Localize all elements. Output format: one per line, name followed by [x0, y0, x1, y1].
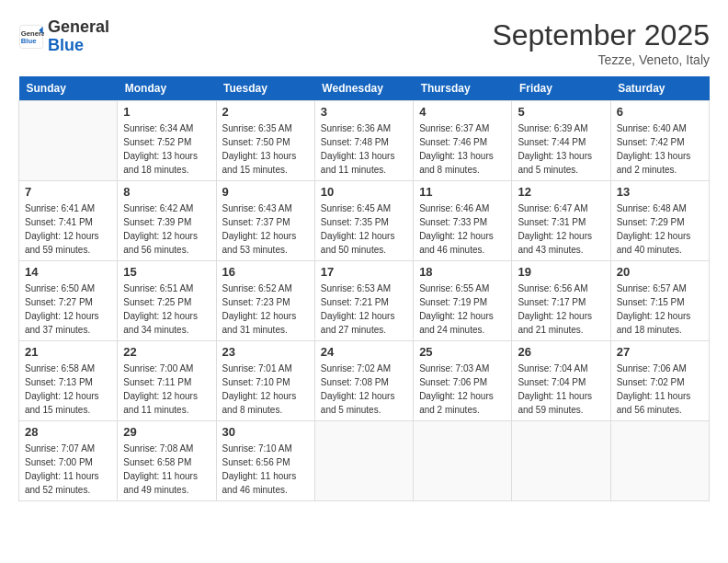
- day-number: 15: [123, 265, 210, 279]
- calendar-cell: 19Sunrise: 6:56 AM Sunset: 7:17 PM Dayli…: [512, 261, 610, 341]
- calendar-cell: 12Sunrise: 6:47 AM Sunset: 7:31 PM Dayli…: [512, 181, 610, 261]
- day-info: Sunrise: 7:02 AM Sunset: 7:08 PM Dayligh…: [321, 362, 407, 417]
- day-info: Sunrise: 6:57 AM Sunset: 7:15 PM Dayligh…: [617, 282, 703, 337]
- day-number: 24: [321, 345, 407, 359]
- day-number: 21: [25, 345, 111, 359]
- day-info: Sunrise: 7:07 AM Sunset: 7:00 PM Dayligh…: [25, 442, 111, 497]
- logo-blue-text: Blue: [48, 36, 84, 54]
- day-number: 22: [123, 345, 210, 359]
- calendar-week-row: 21Sunrise: 6:58 AM Sunset: 7:13 PM Dayli…: [19, 341, 710, 421]
- day-info: Sunrise: 6:47 AM Sunset: 7:31 PM Dayligh…: [518, 201, 604, 257]
- day-number: 12: [518, 185, 604, 199]
- calendar-cell: 14Sunrise: 6:50 AM Sunset: 7:27 PM Dayli…: [19, 261, 118, 341]
- day-info: Sunrise: 6:40 AM Sunset: 7:42 PM Dayligh…: [617, 121, 703, 177]
- calendar-cell: 3Sunrise: 6:36 AM Sunset: 7:48 PM Daylig…: [314, 101, 413, 181]
- calendar-cell: 15Sunrise: 6:51 AM Sunset: 7:25 PM Dayli…: [118, 261, 216, 341]
- month-title: September 2025: [492, 18, 710, 52]
- calendar-cell: 25Sunrise: 7:03 AM Sunset: 7:06 PM Dayli…: [414, 341, 512, 421]
- calendar-cell: 11Sunrise: 6:46 AM Sunset: 7:33 PM Dayli…: [414, 181, 512, 261]
- calendar-header-thursday: Thursday: [414, 76, 512, 101]
- calendar-cell: 13Sunrise: 6:48 AM Sunset: 7:29 PM Dayli…: [610, 181, 709, 261]
- day-info: Sunrise: 7:08 AM Sunset: 6:58 PM Dayligh…: [123, 442, 210, 497]
- calendar-cell: 28Sunrise: 7:07 AM Sunset: 7:00 PM Dayli…: [19, 421, 118, 501]
- day-number: 19: [518, 265, 604, 279]
- day-info: Sunrise: 6:43 AM Sunset: 7:37 PM Dayligh…: [222, 201, 309, 257]
- calendar-cell: 18Sunrise: 6:55 AM Sunset: 7:19 PM Dayli…: [414, 261, 512, 341]
- calendar-header-row: SundayMondayTuesdayWednesdayThursdayFrid…: [19, 76, 710, 101]
- calendar-cell: 8Sunrise: 6:42 AM Sunset: 7:39 PM Daylig…: [118, 181, 216, 261]
- day-number: 28: [25, 425, 111, 439]
- day-number: 6: [617, 105, 703, 119]
- calendar-cell: 6Sunrise: 6:40 AM Sunset: 7:42 PM Daylig…: [610, 101, 709, 181]
- calendar-cell: 5Sunrise: 6:39 AM Sunset: 7:44 PM Daylig…: [512, 101, 610, 181]
- title-block: September 2025 Tezze, Veneto, Italy: [492, 18, 710, 67]
- calendar-cell: [19, 101, 118, 181]
- day-info: Sunrise: 7:04 AM Sunset: 7:04 PM Dayligh…: [518, 362, 604, 417]
- day-info: Sunrise: 6:37 AM Sunset: 7:46 PM Dayligh…: [419, 121, 506, 177]
- calendar-cell: 10Sunrise: 6:45 AM Sunset: 7:35 PM Dayli…: [314, 181, 413, 261]
- day-number: 14: [25, 265, 111, 279]
- day-info: Sunrise: 7:10 AM Sunset: 6:56 PM Dayligh…: [222, 442, 309, 497]
- calendar-cell: [512, 421, 610, 501]
- calendar-table: SundayMondayTuesdayWednesdayThursdayFrid…: [18, 76, 710, 501]
- day-number: 7: [25, 185, 111, 199]
- day-number: 4: [419, 105, 506, 119]
- day-info: Sunrise: 7:03 AM Sunset: 7:06 PM Dayligh…: [419, 362, 506, 417]
- calendar-week-row: 7Sunrise: 6:41 AM Sunset: 7:41 PM Daylig…: [19, 181, 710, 261]
- calendar-cell: 30Sunrise: 7:10 AM Sunset: 6:56 PM Dayli…: [216, 421, 314, 501]
- calendar-cell: 1Sunrise: 6:34 AM Sunset: 7:52 PM Daylig…: [118, 101, 216, 181]
- day-number: 18: [419, 265, 506, 279]
- day-info: Sunrise: 7:01 AM Sunset: 7:10 PM Dayligh…: [222, 362, 309, 417]
- day-info: Sunrise: 6:53 AM Sunset: 7:21 PM Dayligh…: [321, 282, 407, 337]
- calendar-header-friday: Friday: [512, 76, 610, 101]
- day-number: 26: [518, 345, 604, 359]
- day-info: Sunrise: 6:34 AM Sunset: 7:52 PM Dayligh…: [123, 121, 210, 177]
- calendar-header-saturday: Saturday: [610, 76, 709, 101]
- day-number: 20: [617, 265, 703, 279]
- location-text: Tezze, Veneto, Italy: [492, 52, 710, 67]
- calendar-week-row: 14Sunrise: 6:50 AM Sunset: 7:27 PM Dayli…: [19, 261, 710, 341]
- day-info: Sunrise: 7:00 AM Sunset: 7:11 PM Dayligh…: [123, 362, 210, 417]
- calendar-cell: 24Sunrise: 7:02 AM Sunset: 7:08 PM Dayli…: [314, 341, 413, 421]
- day-number: 10: [321, 185, 407, 199]
- day-number: 16: [222, 265, 309, 279]
- day-number: 23: [222, 345, 309, 359]
- day-number: 1: [123, 105, 210, 119]
- day-info: Sunrise: 6:48 AM Sunset: 7:29 PM Dayligh…: [617, 201, 703, 257]
- day-info: Sunrise: 6:51 AM Sunset: 7:25 PM Dayligh…: [123, 282, 210, 337]
- day-info: Sunrise: 6:45 AM Sunset: 7:35 PM Dayligh…: [321, 201, 407, 257]
- day-number: 2: [222, 105, 309, 119]
- day-info: Sunrise: 6:36 AM Sunset: 7:48 PM Dayligh…: [321, 121, 407, 177]
- calendar-cell: 29Sunrise: 7:08 AM Sunset: 6:58 PM Dayli…: [118, 421, 216, 501]
- day-number: 29: [123, 425, 210, 439]
- logo-icon: General Blue: [18, 24, 44, 50]
- day-info: Sunrise: 6:56 AM Sunset: 7:17 PM Dayligh…: [518, 282, 604, 337]
- day-info: Sunrise: 6:42 AM Sunset: 7:39 PM Dayligh…: [123, 201, 210, 257]
- day-info: Sunrise: 6:55 AM Sunset: 7:19 PM Dayligh…: [419, 282, 506, 337]
- calendar-cell: 27Sunrise: 7:06 AM Sunset: 7:02 PM Dayli…: [610, 341, 709, 421]
- calendar-cell: 20Sunrise: 6:57 AM Sunset: 7:15 PM Dayli…: [610, 261, 709, 341]
- calendar-cell: [610, 421, 709, 501]
- day-number: 5: [518, 105, 604, 119]
- calendar-cell: 2Sunrise: 6:35 AM Sunset: 7:50 PM Daylig…: [216, 101, 314, 181]
- day-number: 25: [419, 345, 506, 359]
- day-info: Sunrise: 6:58 AM Sunset: 7:13 PM Dayligh…: [25, 362, 111, 417]
- calendar-cell: 7Sunrise: 6:41 AM Sunset: 7:41 PM Daylig…: [19, 181, 118, 261]
- day-info: Sunrise: 6:41 AM Sunset: 7:41 PM Dayligh…: [25, 201, 111, 257]
- day-info: Sunrise: 6:46 AM Sunset: 7:33 PM Dayligh…: [419, 201, 506, 257]
- svg-text:Blue: Blue: [21, 37, 37, 45]
- day-info: Sunrise: 6:39 AM Sunset: 7:44 PM Dayligh…: [518, 121, 604, 177]
- day-number: 3: [321, 105, 407, 119]
- page-header: General Blue General Blue September 2025…: [18, 18, 710, 67]
- calendar-cell: 22Sunrise: 7:00 AM Sunset: 7:11 PM Dayli…: [118, 341, 216, 421]
- calendar-cell: 4Sunrise: 6:37 AM Sunset: 7:46 PM Daylig…: [414, 101, 512, 181]
- calendar-header-sunday: Sunday: [19, 76, 118, 101]
- day-info: Sunrise: 6:52 AM Sunset: 7:23 PM Dayligh…: [222, 282, 309, 337]
- calendar-cell: 9Sunrise: 6:43 AM Sunset: 7:37 PM Daylig…: [216, 181, 314, 261]
- calendar-cell: 17Sunrise: 6:53 AM Sunset: 7:21 PM Dayli…: [314, 261, 413, 341]
- calendar-cell: 26Sunrise: 7:04 AM Sunset: 7:04 PM Dayli…: [512, 341, 610, 421]
- calendar-header-tuesday: Tuesday: [216, 76, 314, 101]
- day-number: 30: [222, 425, 309, 439]
- day-number: 8: [123, 185, 210, 199]
- calendar-header-wednesday: Wednesday: [314, 76, 413, 101]
